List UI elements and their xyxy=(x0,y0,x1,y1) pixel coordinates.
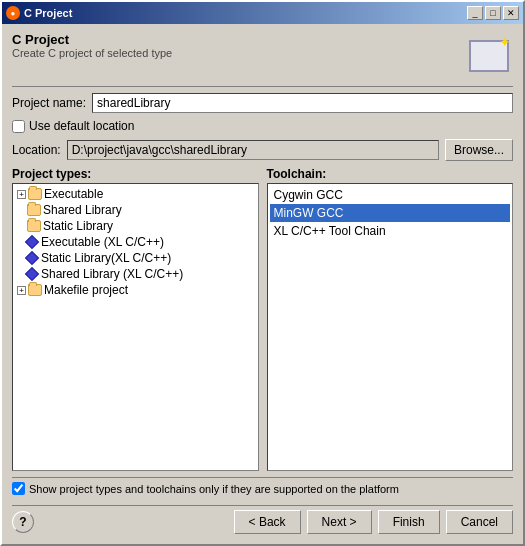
project-name-row: Project name: xyxy=(12,93,513,113)
panels-section: Project types: + Executable Shared Libra… xyxy=(12,167,513,471)
location-input[interactable] xyxy=(67,140,439,160)
platform-filter-label: Show project types and toolchains only i… xyxy=(29,483,399,495)
dialog-title: C Project xyxy=(12,32,172,47)
project-types-panel: Project types: + Executable Shared Libra… xyxy=(12,167,259,471)
list-item[interactable]: Static Library(XL C/C++) xyxy=(15,250,256,266)
diamond-icon xyxy=(25,235,39,249)
expand-icon[interactable]: + xyxy=(17,190,26,199)
diamond-icon xyxy=(25,267,39,281)
maximize-button[interactable]: □ xyxy=(485,6,501,20)
main-window: ● C Project _ □ ✕ C Project Create C pro… xyxy=(0,0,525,546)
project-types-label: Project types: xyxy=(12,167,259,181)
title-bar-left: ● C Project xyxy=(6,6,72,20)
title-bar-text: C Project xyxy=(24,7,72,19)
project-name-label: Project name: xyxy=(12,96,86,110)
folder-icon xyxy=(28,284,42,296)
title-bar: ● C Project _ □ ✕ xyxy=(2,2,523,24)
project-name-input[interactable] xyxy=(92,93,513,113)
item-label: Shared Library xyxy=(43,203,122,217)
cancel-button[interactable]: Cancel xyxy=(446,510,513,534)
header-icon: ✦ xyxy=(465,32,513,80)
finish-button[interactable]: Finish xyxy=(378,510,440,534)
list-item[interactable]: XL C/C++ Tool Chain xyxy=(270,222,511,240)
item-label: Executable xyxy=(44,187,103,201)
list-item[interactable]: + Executable xyxy=(15,186,256,202)
location-label: Location: xyxy=(12,143,61,157)
window-icon: ● xyxy=(6,6,20,20)
item-label: Executable (XL C/C++) xyxy=(41,235,164,249)
minimize-button[interactable]: _ xyxy=(467,6,483,20)
use-default-location-label: Use default location xyxy=(29,119,134,133)
location-row: Location: Browse... xyxy=(12,139,513,161)
expand-icon[interactable]: + xyxy=(17,286,26,295)
toolchain-panel: Toolchain: Cygwin GCC MinGW GCC XL C/C++… xyxy=(267,167,514,471)
next-button[interactable]: Next > xyxy=(307,510,372,534)
header-text: C Project Create C project of selected t… xyxy=(12,32,172,59)
header-section: C Project Create C project of selected t… xyxy=(12,32,513,87)
list-item[interactable]: Static Library xyxy=(15,218,256,234)
item-label: Makefile project xyxy=(44,283,128,297)
list-item[interactable]: Executable (XL C/C++) xyxy=(15,234,256,250)
list-item[interactable]: Shared Library xyxy=(15,202,256,218)
back-button[interactable]: < Back xyxy=(234,510,301,534)
use-default-location-row: Use default location xyxy=(12,119,513,133)
diamond-icon xyxy=(25,251,39,265)
browse-button[interactable]: Browse... xyxy=(445,139,513,161)
folder-icon xyxy=(28,188,42,200)
button-row: ? < Back Next > Finish Cancel xyxy=(12,505,513,536)
list-item[interactable]: Shared Library (XL C/C++) xyxy=(15,266,256,282)
platform-filter-checkbox[interactable] xyxy=(12,482,25,495)
toolchain-label: Toolchain: xyxy=(267,167,514,181)
title-bar-buttons: _ □ ✕ xyxy=(467,6,519,20)
close-button[interactable]: ✕ xyxy=(503,6,519,20)
content-area: C Project Create C project of selected t… xyxy=(2,24,523,544)
list-item[interactable]: MinGW GCC xyxy=(270,204,511,222)
item-label: Static Library xyxy=(43,219,113,233)
list-item[interactable]: Cygwin GCC xyxy=(270,186,511,204)
item-label: Shared Library (XL C/C++) xyxy=(41,267,183,281)
item-label: Static Library(XL C/C++) xyxy=(41,251,171,265)
list-item[interactable]: + Makefile project xyxy=(15,282,256,298)
nav-buttons: < Back Next > Finish Cancel xyxy=(234,510,513,534)
folder-icon xyxy=(27,220,41,232)
use-default-location-checkbox[interactable] xyxy=(12,120,25,133)
bottom-checkbox-row: Show project types and toolchains only i… xyxy=(12,477,513,499)
help-button[interactable]: ? xyxy=(12,511,34,533)
dialog-subtitle: Create C project of selected type xyxy=(12,47,172,59)
folder-icon xyxy=(27,204,41,216)
project-types-list[interactable]: + Executable Shared Library Static Libra… xyxy=(12,183,259,471)
sparkle-icon: ✦ xyxy=(499,34,511,50)
toolchain-list[interactable]: Cygwin GCC MinGW GCC XL C/C++ Tool Chain xyxy=(267,183,514,471)
